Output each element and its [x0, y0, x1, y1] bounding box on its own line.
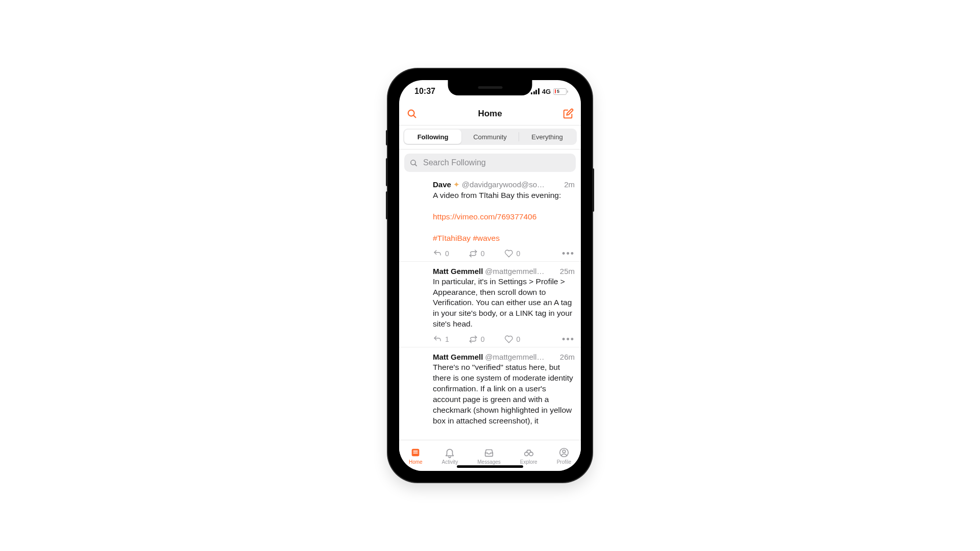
post[interactable]: Matt Gemmell @mattgemmell… 26m There's n…: [399, 347, 581, 430]
binoculars-icon: [523, 447, 535, 458]
tab-activity[interactable]: Activity: [442, 447, 458, 465]
post-content: In particular, it's in Settings > Profil…: [433, 277, 575, 330]
post-author-handle[interactable]: @davidgarywood@so…: [462, 180, 562, 189]
post-hashtags[interactable]: #TītahiBay #waves: [433, 234, 500, 242]
svg-line-1: [413, 115, 415, 117]
search-icon: [409, 159, 418, 167]
notch: [448, 80, 532, 95]
ellipsis-icon: •••: [562, 335, 575, 344]
post-content: A video from Tītahi Bay this evening: ht…: [433, 190, 575, 244]
reply-button[interactable]: 0: [433, 249, 449, 258]
search-input[interactable]: [422, 158, 571, 168]
post-time: 26m: [560, 353, 575, 361]
more-button[interactable]: •••: [562, 249, 575, 258]
svg-line-3: [415, 164, 417, 166]
post-author-name[interactable]: Matt Gemmell: [433, 267, 483, 276]
heart-icon: [504, 335, 513, 344]
volume-down-button[interactable]: [386, 191, 388, 219]
profile-icon: [558, 447, 570, 458]
segment-community[interactable]: Community: [461, 130, 519, 144]
boost-icon: [469, 335, 478, 344]
signal-icon: [531, 88, 540, 94]
post-author-name[interactable]: Matt Gemmell: [433, 353, 483, 361]
silence-switch[interactable]: [386, 130, 388, 145]
post-author-handle[interactable]: @mattgemmell…: [485, 267, 557, 276]
post-link[interactable]: https://vimeo.com/769377406: [433, 212, 536, 221]
like-button[interactable]: 0: [504, 335, 521, 344]
post[interactable]: Matt Gemmell @mattgemmell… 25m In partic…: [399, 262, 581, 348]
post[interactable]: Dave ✦ @davidgarywood@so… 2m A video fro…: [399, 175, 581, 262]
home-indicator[interactable]: [457, 465, 523, 468]
tab-home[interactable]: Home: [409, 447, 423, 465]
post-author-handle[interactable]: @mattgemmell…: [485, 353, 557, 361]
reply-icon: [433, 249, 442, 258]
more-button[interactable]: •••: [562, 335, 575, 344]
segment-everything[interactable]: Everything: [519, 130, 576, 144]
tab-profile[interactable]: Profile: [557, 447, 571, 465]
post-time: 2m: [564, 180, 575, 189]
avatar[interactable]: [405, 180, 428, 203]
bell-icon: [444, 447, 456, 458]
compose-icon[interactable]: [562, 108, 574, 119]
ellipsis-icon: •••: [562, 249, 575, 258]
screen: 10:37 4G 5 Home: [399, 80, 581, 471]
like-button[interactable]: 0: [504, 249, 521, 258]
power-button[interactable]: [592, 168, 594, 212]
avatar[interactable]: [405, 353, 428, 375]
post-time: 25m: [560, 267, 575, 276]
home-icon: [409, 447, 422, 458]
svg-point-10: [562, 449, 566, 453]
volume-up-button[interactable]: [386, 158, 388, 186]
boost-icon: [469, 249, 478, 258]
status-time: 10:37: [414, 87, 435, 96]
network-label: 4G: [542, 88, 551, 95]
svg-rect-5: [413, 450, 418, 452]
feed-segment-control: Following Community Everything: [399, 126, 581, 149]
post-author-name[interactable]: Dave: [433, 180, 451, 189]
svg-rect-6: [413, 453, 418, 454]
search-icon[interactable]: [406, 108, 418, 119]
boost-button[interactable]: 0: [469, 335, 485, 344]
search-bar[interactable]: [404, 154, 576, 172]
phone-frame: 10:37 4G 5 Home: [388, 69, 592, 482]
post-content: There's no "verified" status here, but t…: [433, 362, 575, 427]
inbox-icon: [483, 447, 495, 458]
feed[interactable]: Dave ✦ @davidgarywood@so… 2m A video fro…: [399, 175, 581, 440]
reply-button[interactable]: 1: [433, 335, 449, 344]
heart-icon: [504, 249, 513, 258]
navbar: Home: [399, 103, 581, 126]
tab-messages[interactable]: Messages: [477, 447, 501, 465]
reply-icon: [433, 335, 442, 344]
boost-button[interactable]: 0: [469, 249, 485, 258]
tab-explore[interactable]: Explore: [520, 447, 537, 465]
sparkle-icon: ✦: [453, 180, 460, 189]
segment-following[interactable]: Following: [404, 130, 461, 144]
avatar[interactable]: [405, 267, 428, 289]
battery-icon: 5: [553, 88, 567, 95]
page-title: Home: [478, 109, 502, 119]
